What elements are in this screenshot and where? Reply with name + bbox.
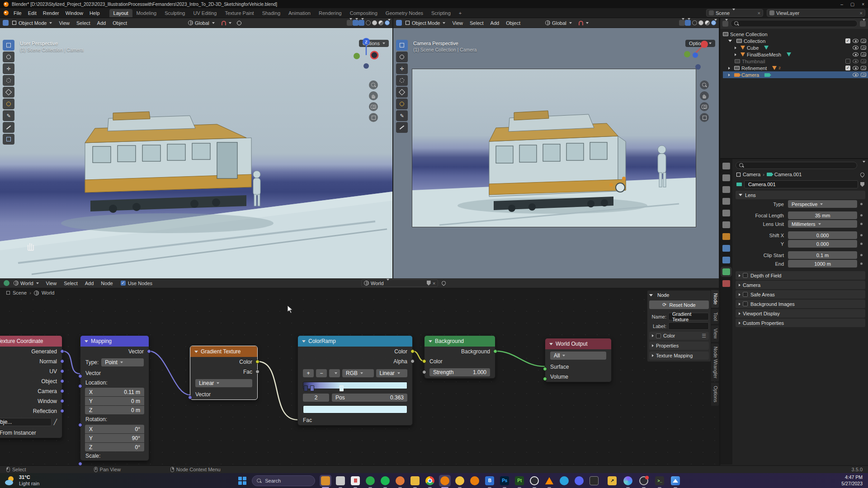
eye-icon[interactable]	[853, 39, 859, 43]
camera-view-icon[interactable]	[700, 102, 709, 111]
outliner-row-refinement[interactable]: Refinement 2 ✓	[723, 65, 868, 71]
tool-add-primitive[interactable]	[3, 134, 14, 145]
lens-panel-header[interactable]: Lens	[736, 191, 865, 199]
breadcrumb-world[interactable]: World	[42, 290, 55, 296]
shading-solid-icon[interactable]	[698, 20, 703, 25]
lens-unit-dropdown[interactable]: Millimeters	[788, 220, 857, 228]
shading-wireframe-icon[interactable]	[692, 20, 697, 25]
animate-dot[interactable]	[860, 254, 863, 256]
tool-measure[interactable]	[396, 122, 408, 133]
app-launcher[interactable]	[588, 475, 600, 487]
output-target-dropdown[interactable]: All	[550, 352, 606, 360]
animate-dot[interactable]	[860, 203, 863, 205]
close-icon[interactable]: ×	[862, 2, 864, 7]
scene-selector[interactable]: Scene ×	[706, 9, 763, 17]
camera-icon[interactable]	[861, 39, 866, 43]
menu-file[interactable]: File	[10, 9, 25, 17]
tool-cursor[interactable]	[396, 52, 408, 62]
tray-copilot[interactable]	[622, 475, 634, 487]
world-datablock-selector[interactable]: World ×	[361, 279, 438, 287]
unlink-icon[interactable]: ×	[433, 281, 435, 286]
animate-dot[interactable]	[860, 214, 863, 216]
exclude-checkbox[interactable]: ✓	[845, 66, 850, 70]
menu-render[interactable]: Render	[40, 9, 62, 17]
tray-terminal[interactable]: >_	[654, 475, 665, 487]
eye-icon[interactable]	[853, 73, 859, 77]
app-obs[interactable]	[528, 475, 540, 487]
socket-color-out[interactable]	[410, 349, 415, 353]
nav-gizmo[interactable]	[682, 35, 711, 80]
viewlayer-tab-icon[interactable]	[722, 198, 730, 205]
clip-end-field[interactable]: 1000 m	[788, 260, 857, 267]
animate-dot[interactable]	[860, 234, 863, 236]
zoom-icon[interactable]	[369, 80, 378, 89]
gradient-interp-dropdown[interactable]: Linear	[195, 379, 252, 387]
app-folders[interactable]	[335, 475, 346, 487]
socket-vector-in[interactable]	[78, 374, 82, 378]
strength-field[interactable]: Strength1.000	[429, 368, 490, 376]
socket-scale[interactable]	[78, 462, 82, 465]
outliner-row-thumbnail[interactable]: Thumbnail	[723, 58, 868, 65]
breadcrumb-object[interactable]: Camera	[743, 172, 760, 177]
viewport-right-canvas[interactable]: Camera Perspective (1) Scene Collection …	[393, 28, 719, 278]
socket-fac-out[interactable]	[255, 370, 259, 374]
color-ramp-bar[interactable]	[303, 382, 407, 392]
tab-tool[interactable]: Tool	[711, 309, 719, 324]
ramp-options-dropdown[interactable]	[329, 369, 340, 377]
tool-cursor[interactable]	[3, 52, 14, 62]
properties-filter-icon[interactable]	[860, 163, 865, 168]
use-nodes-checkbox[interactable]: ✓Use Nodes	[121, 281, 152, 286]
camera-data-icon[interactable]	[736, 183, 742, 186]
camera-view-icon[interactable]	[369, 102, 378, 111]
eye-icon[interactable]	[853, 46, 859, 50]
socket-volume-in[interactable]	[543, 377, 547, 381]
transform-orientation[interactable]: Global	[185, 19, 218, 27]
menu-select[interactable]: Select	[73, 19, 94, 27]
camera-icon[interactable]	[861, 52, 866, 56]
shading-material-icon[interactable]	[378, 20, 383, 25]
menu-add[interactable]: Add	[82, 280, 97, 287]
tab-node[interactable]: Node	[711, 290, 719, 308]
tool-select-box[interactable]	[3, 40, 14, 51]
tool-rotate[interactable]	[3, 75, 14, 86]
app-marmoset[interactable]	[454, 475, 466, 487]
app-bridge[interactable]: B	[484, 475, 495, 487]
socket-generated[interactable]	[60, 349, 64, 353]
node-texture-coordinate[interactable]: Texture Coordinate Generated Normal UV O…	[0, 335, 62, 438]
taskbar-search[interactable]: Search	[252, 475, 315, 486]
node-label-field[interactable]	[668, 322, 709, 330]
transform-orientation[interactable]: Global	[542, 19, 575, 27]
overlays-toggle-icon[interactable]	[353, 20, 359, 26]
tab-modeling[interactable]: Modeling	[132, 9, 161, 17]
texture-tab-icon[interactable]	[722, 280, 730, 287]
perspective-toggle-icon[interactable]	[369, 113, 378, 122]
outliner-row-cube[interactable]: Cube	[723, 44, 868, 51]
tab-uv-editing[interactable]: UV Editing	[189, 9, 221, 17]
add-stop-button[interactable]: +	[303, 369, 314, 377]
display-mode-icon[interactable]	[722, 21, 728, 27]
tool-select-box[interactable]	[396, 40, 408, 51]
object-field[interactable]: Obje...	[0, 418, 52, 426]
tray-share[interactable]: ↗	[606, 475, 618, 487]
color-mode-dropdown[interactable]: RGB	[342, 369, 374, 377]
editor-type-icon[interactable]	[3, 20, 9, 26]
pan-hand-icon[interactable]	[369, 91, 378, 100]
eyedropper-icon[interactable]: ╱	[54, 419, 57, 425]
physics-tab-icon[interactable]	[722, 257, 730, 263]
menu-select[interactable]: Select	[467, 19, 487, 27]
animate-dot[interactable]	[860, 243, 863, 245]
tab-rendering[interactable]: Rendering	[315, 9, 346, 17]
tab-node-wrangler[interactable]: Node Wrangler	[711, 343, 719, 381]
tab-view[interactable]: View	[711, 325, 719, 342]
object-data-tab-icon[interactable]	[722, 268, 730, 275]
node-colorramp[interactable]: ColorRamp Color Alpha + − RGB Linear	[297, 335, 413, 426]
socket-background-out[interactable]	[493, 349, 497, 353]
menu-object[interactable]: Object	[503, 19, 524, 27]
ramp-interp-dropdown[interactable]: Linear	[376, 369, 408, 377]
object-tab-icon[interactable]	[722, 233, 730, 240]
app-telegram[interactable]	[558, 475, 570, 487]
snap-toggle[interactable]	[576, 20, 592, 26]
shield-icon[interactable]	[860, 182, 864, 187]
outliner-row-collection[interactable]: Collection ✓	[723, 38, 868, 44]
tool-annotate[interactable]: ✎	[3, 110, 14, 121]
